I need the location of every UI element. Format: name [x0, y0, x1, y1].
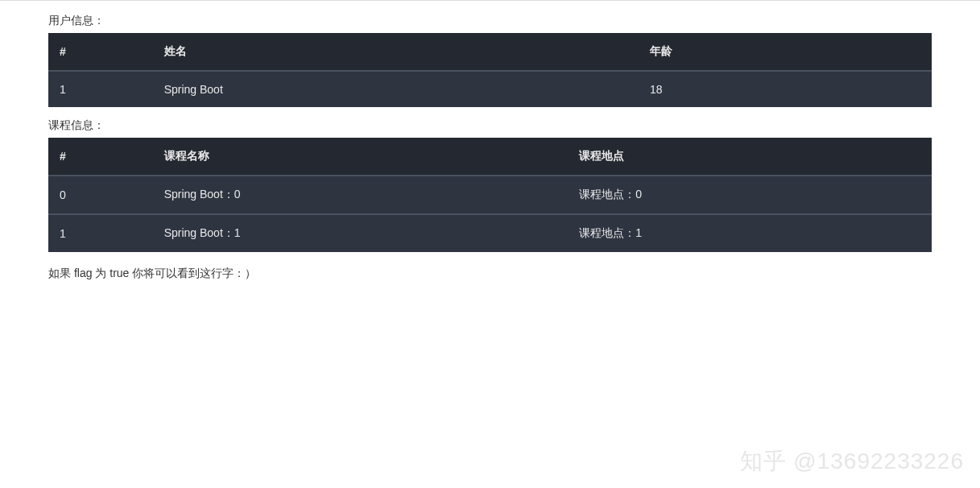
page-container: 用户信息： # 姓名 年龄 1 Spring Boot 18 课程信息： # 课… [0, 0, 980, 281]
user-cell-name: Spring Boot [155, 71, 640, 107]
course-cell-cloc: 课程地点：1 [569, 214, 932, 252]
table-row: 0 Spring Boot：0 课程地点：0 [48, 176, 932, 214]
course-header-cname: 课程名称 [155, 138, 570, 176]
user-header-age: 年龄 [640, 33, 932, 71]
course-header-idx: # [48, 138, 155, 176]
user-section-title: 用户信息： [48, 14, 932, 28]
course-header-cloc: 课程地点 [569, 138, 932, 176]
course-table-header-row: # 课程名称 课程地点 [48, 138, 932, 176]
user-table-header-row: # 姓名 年龄 [48, 33, 932, 71]
course-cell-cloc: 课程地点：0 [569, 176, 932, 214]
table-row: 1 Spring Boot：1 课程地点：1 [48, 214, 932, 252]
course-section-title: 课程信息： [48, 118, 932, 133]
user-header-name: 姓名 [155, 33, 640, 71]
course-table: # 课程名称 课程地点 0 Spring Boot：0 课程地点：0 1 Spr… [48, 138, 932, 252]
user-header-idx: # [48, 33, 155, 71]
course-cell-idx: 1 [48, 214, 155, 252]
user-cell-idx: 1 [48, 71, 155, 107]
user-table: # 姓名 年龄 1 Spring Boot 18 [48, 33, 932, 107]
table-row: 1 Spring Boot 18 [48, 71, 932, 107]
course-cell-idx: 0 [48, 176, 155, 214]
course-cell-cname: Spring Boot：1 [155, 214, 570, 252]
watermark: 知乎 @13692233226 [740, 446, 965, 477]
flag-conditional-text: 如果 flag 为 true 你将可以看到这行字：） [48, 267, 932, 281]
course-cell-cname: Spring Boot：0 [155, 176, 570, 214]
user-cell-age: 18 [640, 71, 932, 107]
